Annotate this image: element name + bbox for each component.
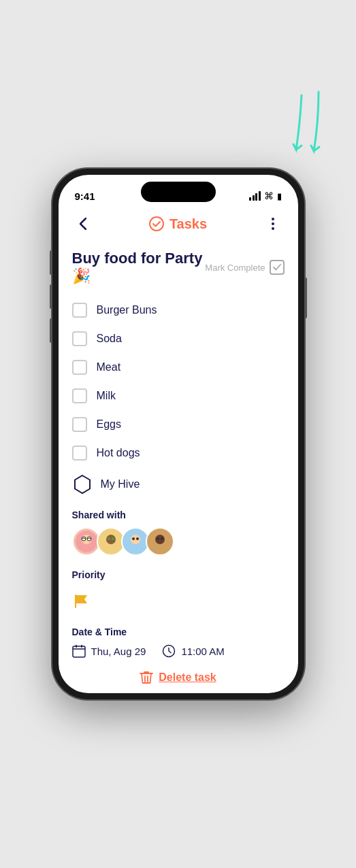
arrows-annotation (281, 88, 336, 170)
checklist-item: Meat (72, 353, 285, 382)
checkbox-2[interactable] (72, 331, 87, 346)
svg-point-18 (155, 535, 165, 544)
svg-point-2 (272, 222, 274, 225)
svg-point-15 (132, 537, 135, 540)
back-button[interactable] (72, 213, 94, 235)
mark-complete-checkbox[interactable] (270, 260, 285, 275)
checklist-label-5: Eggs (97, 418, 121, 431)
svg-point-12 (112, 537, 114, 540)
checklist-item: Hot dogs (72, 439, 285, 467)
checklist-label-2: Soda (97, 333, 122, 345)
tasks-check-icon (149, 216, 164, 231)
checkbox-5[interactable] (72, 417, 87, 432)
header-title: Tasks (169, 216, 207, 232)
task-title: Buy food for Party 🎉 (72, 250, 206, 285)
header-title-wrap: Tasks (149, 216, 207, 232)
status-icons: ⌘ ▮ (249, 190, 282, 201)
calendar-icon (72, 644, 86, 658)
checklist: Burger Buns Soda Meat Milk (59, 296, 298, 467)
dynamic-island (141, 182, 216, 202)
svg-rect-22 (76, 645, 77, 648)
svg-point-14 (131, 535, 140, 544)
datetime-label: Date & Time (72, 627, 285, 637)
checkbox-6[interactable] (72, 446, 87, 461)
app-header: Tasks (59, 207, 298, 243)
priority-section: Priority (59, 561, 298, 618)
datetime-row: Thu, Aug 29 11:00 AM (72, 644, 285, 658)
checklist-label-3: Meat (97, 361, 121, 373)
wifi-icon: ⌘ (264, 190, 274, 201)
task-title-row: Buy food for Party 🎉 Mark Complete (59, 243, 298, 296)
checklist-item: Milk (72, 382, 285, 410)
svg-point-16 (136, 537, 139, 540)
checkbox-3[interactable] (72, 360, 87, 375)
shared-section: Shared with (59, 501, 298, 561)
more-button[interactable] (262, 213, 284, 235)
checklist-item: Soda (72, 324, 285, 353)
signal-bars-icon (249, 191, 261, 201)
svg-point-1 (272, 218, 274, 220)
phone-wrapper: 9:41 ⌘ ▮ (0, 0, 356, 868)
battery-icon: ▮ (277, 191, 282, 201)
checklist-item: Burger Buns (72, 296, 285, 324)
status-time: 9:41 (75, 190, 95, 202)
svg-point-19 (157, 537, 159, 540)
svg-point-0 (150, 217, 163, 231)
phone-shell: 9:41 ⌘ ▮ (52, 169, 304, 699)
phone-screen: 9:41 ⌘ ▮ (59, 175, 298, 693)
avatar-4 (146, 527, 174, 556)
svg-rect-23 (81, 645, 82, 648)
hive-label: My Hive (101, 478, 140, 490)
hive-icon (72, 474, 93, 495)
delete-icon (140, 670, 153, 685)
datetime-section: Date & Time Thu, Aug 29 (59, 618, 298, 663)
checkbox-1[interactable] (72, 303, 87, 318)
mark-complete-label: Mark Complete (205, 263, 265, 273)
checklist-label-1: Burger Buns (97, 304, 157, 316)
shared-with-label: Shared with (72, 510, 285, 520)
svg-point-3 (272, 227, 274, 230)
app-content: Tasks Buy food for Party 🎉 Mark Co (59, 207, 298, 693)
time-value: 11:00 AM (181, 646, 224, 657)
checklist-label-6: Hot dogs (97, 447, 140, 459)
hive-section: My Hive (59, 467, 298, 501)
mark-complete-button[interactable]: Mark Complete (205, 260, 284, 275)
checkbox-4[interactable] (72, 388, 87, 403)
date-value: Thu, Aug 29 (91, 646, 146, 657)
clock-icon (162, 644, 176, 658)
time-item: 11:00 AM (162, 644, 224, 658)
svg-rect-21 (73, 646, 85, 657)
svg-point-10 (106, 535, 116, 544)
svg-point-20 (161, 537, 163, 540)
checklist-label-4: Milk (97, 390, 116, 402)
svg-marker-4 (75, 475, 90, 493)
delete-section: Delete task (59, 663, 298, 693)
date-item: Thu, Aug 29 (72, 644, 146, 658)
delete-task-button[interactable]: Delete task (159, 671, 216, 684)
svg-point-11 (108, 537, 110, 540)
priority-flag-icon[interactable] (72, 591, 91, 610)
checklist-item: Eggs (72, 410, 285, 439)
priority-label: Priority (72, 569, 285, 580)
avatars-row (72, 527, 285, 556)
